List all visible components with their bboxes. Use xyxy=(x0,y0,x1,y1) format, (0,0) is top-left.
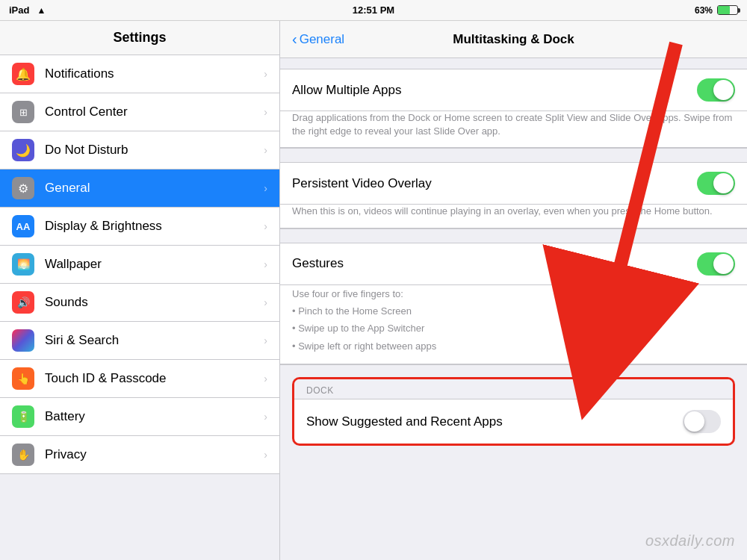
sidebar-item-control-center[interactable]: ⊞ Control Center › xyxy=(0,93,279,131)
notifications-icon: 🔔 xyxy=(12,63,34,85)
gestures-toggle[interactable] xyxy=(697,252,735,276)
sidebar-item-label: Display & Brightness xyxy=(45,219,162,234)
sidebar: Settings 🔔 Notifications › ⊞ Control Cen… xyxy=(0,21,280,560)
chevron-right-icon: › xyxy=(264,182,267,194)
gestures-row: Gestures xyxy=(280,243,747,285)
sidebar-item-general[interactable]: ⚙ General › xyxy=(0,169,279,208)
sounds-icon: 🔊 xyxy=(12,291,34,314)
sidebar-item-notifications[interactable]: 🔔 Notifications › xyxy=(0,55,279,93)
sidebar-item-wallpaper[interactable]: 🌅 Wallpaper › xyxy=(0,246,279,284)
sidebar-item-label: Privacy xyxy=(45,447,87,462)
gestures-bullet-2: • Swipe up to the App Switcher xyxy=(292,323,424,334)
siri-icon xyxy=(12,329,34,352)
detail-panel: ‹ General Multitasking & Dock Allow Mult… xyxy=(280,21,747,560)
dock-toggle[interactable] xyxy=(683,410,721,433)
chevron-right-icon: › xyxy=(264,144,267,156)
wallpaper-icon: 🌅 xyxy=(12,253,34,276)
dock-section: DOCK Show Suggested and Recent Apps xyxy=(292,377,735,446)
battery-icon xyxy=(717,5,738,15)
sidebar-item-display-brightness[interactable]: AA Display & Brightness › xyxy=(0,208,279,246)
gestures-bullet-3: • Swipe left or right between apps xyxy=(292,340,436,352)
chevron-right-icon: › xyxy=(264,411,267,423)
detail-title: Multitasking & Dock xyxy=(453,32,574,47)
sidebar-item-label: Control Center xyxy=(45,105,128,119)
sidebar-item-privacy[interactable]: ✋ Privacy › xyxy=(0,436,279,474)
sidebar-item-label: General xyxy=(45,181,90,196)
gestures-desc-line: Use four or five fingers to: xyxy=(292,288,403,299)
sidebar-item-label: Siri & Search xyxy=(45,333,119,348)
chevron-right-icon: › xyxy=(264,373,267,385)
allow-multiple-row: Allow Multiple Apps xyxy=(280,69,747,111)
chevron-right-icon: › xyxy=(264,106,267,118)
sidebar-item-sounds[interactable]: 🔊 Sounds › xyxy=(0,284,279,322)
touch-id-icon: 👆 xyxy=(12,367,34,390)
control-center-icon: ⊞ xyxy=(12,101,34,123)
privacy-icon: ✋ xyxy=(12,444,34,466)
gestures-desc: Use four or five fingers to: • Pinch to … xyxy=(280,285,747,365)
allow-multiple-section: Allow Multiple Apps Drag applications fr… xyxy=(280,69,747,149)
gestures-label: Gestures xyxy=(292,256,697,271)
detail-header: ‹ General Multitasking & Dock xyxy=(280,21,747,58)
gestures-section: Gestures Use four or five fingers to: • … xyxy=(280,243,747,366)
dock-row-label: Show Suggested and Recent Apps xyxy=(306,414,683,429)
display-brightness-icon: AA xyxy=(12,215,34,237)
battery-percent: 63% xyxy=(695,5,713,16)
status-time: 12:51 PM xyxy=(353,4,394,16)
persistent-video-label: Persistent Video Overlay xyxy=(292,176,697,191)
persistent-video-row: Persistent Video Overlay xyxy=(280,163,747,205)
sidebar-item-label: Do Not Disturb xyxy=(45,143,128,158)
chevron-right-icon: › xyxy=(264,335,267,346)
back-button[interactable]: ‹ General xyxy=(292,31,344,48)
sidebar-item-battery[interactable]: 🔋 Battery › xyxy=(0,398,279,436)
detail-content: Allow Multiple Apps Drag applications fr… xyxy=(280,58,747,560)
back-chevron-icon: ‹ xyxy=(292,31,297,48)
sidebar-header: Settings xyxy=(0,21,279,55)
battery-setting-icon: 🔋 xyxy=(12,405,34,428)
sidebar-item-touch-id[interactable]: 👆 Touch ID & Passcode › xyxy=(0,360,279,398)
sidebar-item-label: Touch ID & Passcode xyxy=(45,371,167,386)
sidebar-item-label: Notifications xyxy=(45,66,114,81)
persistent-video-desc: When this is on, videos will continue pl… xyxy=(280,205,747,228)
persistent-video-section: Persistent Video Overlay When this is on… xyxy=(280,162,747,228)
wifi-icon: ▲ xyxy=(37,5,46,16)
allow-multiple-label: Allow Multiple Apps xyxy=(292,83,697,98)
sidebar-item-label: Sounds xyxy=(45,295,88,310)
persistent-video-toggle[interactable] xyxy=(697,172,735,195)
chevron-right-icon: › xyxy=(264,296,267,308)
gestures-bullet-1: • Pinch to the Home Screen xyxy=(292,305,412,317)
chevron-right-icon: › xyxy=(264,258,267,270)
general-icon: ⚙ xyxy=(12,177,34,199)
dock-row: Show Suggested and Recent Apps xyxy=(294,399,733,444)
status-bar: iPad ▲ 12:51 PM 63% xyxy=(0,0,747,21)
chevron-right-icon: › xyxy=(264,449,267,461)
chevron-right-icon: › xyxy=(264,220,267,232)
sidebar-item-label: Wallpaper xyxy=(45,257,102,272)
ipad-label: iPad xyxy=(9,4,29,16)
sidebar-item-label: Battery xyxy=(45,409,85,424)
allow-multiple-desc: Drag applications from the Dock or Home … xyxy=(280,111,747,148)
do-not-disturb-icon: 🌙 xyxy=(12,139,34,161)
allow-multiple-toggle[interactable] xyxy=(697,78,735,102)
dock-header: DOCK xyxy=(294,379,733,399)
sidebar-item-siri-search[interactable]: Siri & Search › xyxy=(0,322,279,360)
back-label: General xyxy=(300,32,344,47)
chevron-right-icon: › xyxy=(264,68,267,80)
sidebar-item-do-not-disturb[interactable]: 🌙 Do Not Disturb › xyxy=(0,131,279,169)
